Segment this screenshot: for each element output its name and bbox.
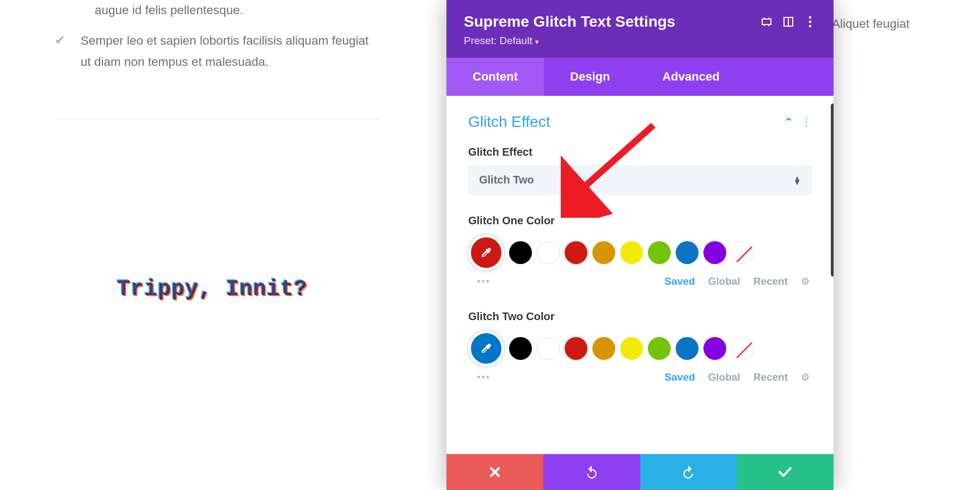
swatch-white[interactable] xyxy=(537,337,560,360)
section-menu-icon[interactable]: ⋮ xyxy=(801,115,812,128)
color-picker-2[interactable] xyxy=(468,330,504,366)
swatch-green[interactable] xyxy=(648,241,671,264)
tab-design[interactable]: Design xyxy=(544,58,636,96)
layout-icon[interactable] xyxy=(782,16,794,28)
gear-icon[interactable]: ⚙ xyxy=(801,371,810,383)
bg-text-2: Semper leo et sapien lobortis facilisis … xyxy=(81,30,381,72)
svg-point-5 xyxy=(809,25,812,28)
color2-label: Glitch Two Color xyxy=(468,310,812,323)
palette-tab-recent[interactable]: Recent xyxy=(754,275,788,287)
svg-rect-0 xyxy=(762,19,771,24)
palette-tab-global[interactable]: Global xyxy=(708,371,740,383)
redo-button[interactable] xyxy=(640,454,737,490)
scrollbar[interactable] xyxy=(831,103,834,277)
eyedropper-icon xyxy=(480,342,493,355)
section-title: Glitch Effect xyxy=(468,113,784,131)
palette-tab-recent[interactable]: Recent xyxy=(754,371,788,383)
swatch-black[interactable] xyxy=(509,241,532,264)
check-icon: ✔ xyxy=(54,33,65,48)
svg-point-4 xyxy=(809,21,812,23)
kebab-menu-icon[interactable] xyxy=(804,16,816,28)
swatch-none[interactable] xyxy=(731,337,754,360)
swatch-yellow[interactable] xyxy=(620,337,643,360)
eyedropper-icon xyxy=(480,246,493,259)
effect-label: Glitch Effect xyxy=(468,146,812,158)
panel-footer xyxy=(446,454,834,490)
bg-text-1: augue id felis pellentesque. xyxy=(95,0,243,21)
swatch-green[interactable] xyxy=(648,337,671,360)
palette-tab-saved[interactable]: Saved xyxy=(665,371,695,383)
swatch-purple[interactable] xyxy=(703,241,726,264)
palette-tab-saved[interactable]: Saved xyxy=(665,275,695,287)
svg-point-3 xyxy=(809,16,812,19)
swatch-none[interactable] xyxy=(731,241,754,264)
preset-dropdown[interactable]: Preset: Default▼ xyxy=(464,35,816,47)
effect-select[interactable]: Glitch Two ▲▼ xyxy=(468,165,812,195)
gear-icon[interactable]: ⚙ xyxy=(801,275,810,287)
swatch-yellow[interactable] xyxy=(620,241,643,264)
chevron-up-icon[interactable]: ⌃ xyxy=(784,115,793,128)
palette-tab-global[interactable]: Global xyxy=(708,275,740,287)
swatch-orange[interactable] xyxy=(592,241,615,264)
tab-advanced[interactable]: Advanced xyxy=(636,58,745,96)
tab-content[interactable]: Content xyxy=(446,58,544,96)
glitch-preview-text: Trippy, Innit? xyxy=(117,277,381,302)
panel-header: Supreme Glitch Text Settings Preset: Def… xyxy=(446,0,834,58)
swatch-red[interactable] xyxy=(565,337,587,360)
swatch-blue[interactable] xyxy=(676,337,699,360)
color-picker-1[interactable] xyxy=(468,235,504,271)
sort-icon: ▲▼ xyxy=(793,176,801,185)
divider xyxy=(54,119,381,119)
panel-tabs: Content Design Advanced xyxy=(446,58,834,96)
bg-text-right: Aliquet feugiat xyxy=(832,14,910,34)
settings-panel: Supreme Glitch Text Settings Preset: Def… xyxy=(446,0,834,490)
expand-icon[interactable] xyxy=(761,16,773,28)
swatch-blue[interactable] xyxy=(676,241,699,264)
save-button[interactable] xyxy=(737,454,834,490)
swatch-black[interactable] xyxy=(509,337,532,360)
cancel-button[interactable] xyxy=(446,454,543,490)
swatch-white[interactable] xyxy=(537,241,560,264)
undo-button[interactable] xyxy=(543,454,640,490)
swatch-orange[interactable] xyxy=(592,337,615,360)
swatch-purple[interactable] xyxy=(703,337,726,360)
color1-label: Glitch One Color xyxy=(468,215,812,227)
panel-title: Supreme Glitch Text Settings xyxy=(464,13,751,30)
swatch-red[interactable] xyxy=(565,241,587,264)
